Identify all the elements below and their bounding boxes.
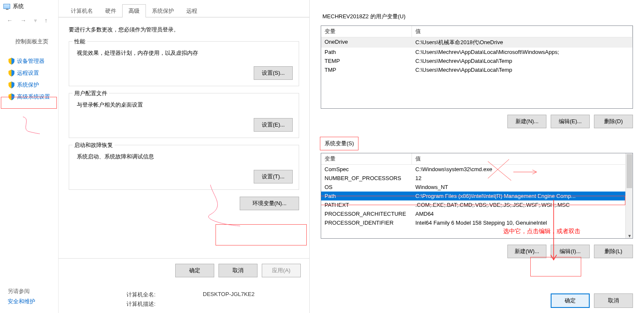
edit-user-var-button[interactable]: 编辑(E)... — [551, 115, 590, 128]
ok-button[interactable]: 确定 — [175, 264, 214, 277]
table-row[interactable]: PathC:\Program Files (x86)\Intel\Intel(R… — [321, 192, 633, 200]
column-header-val[interactable]: 值 — [412, 26, 633, 37]
var-name: NUMBER_OF_PROCESSORS — [321, 174, 412, 183]
scroll-thumb[interactable] — [627, 154, 632, 188]
scrollbar[interactable]: ▲ ▼ — [625, 153, 633, 238]
sidebar-home[interactable]: 控制面板主页 — [0, 36, 58, 48]
table-row[interactable]: PROCESSOR_ARCHITECTUREAMD64 — [321, 209, 633, 218]
group-legend: 用户配置文件 — [73, 90, 109, 97]
var-value: C:\Users\机械革命2018代\OneDrive — [412, 37, 633, 48]
table-row[interactable]: OSWindows_NT — [321, 183, 633, 192]
system-icon — [3, 4, 10, 9]
var-value: C:\Users\Mechrev\AppData\Local\Temp — [412, 56, 633, 65]
group-legend: 启动和故障恢复 — [73, 141, 115, 149]
column-header-val[interactable]: 值 — [412, 153, 633, 164]
scroll-down-icon[interactable]: ▼ — [627, 234, 631, 237]
var-name: PATHEXT — [321, 200, 412, 209]
table-row[interactable]: TEMPC:\Users\Mechrev\AppData\Local\Temp — [321, 56, 633, 65]
system-info: 另请参阅 安全和维护 计算机全名: DESKTOP-JGL7KE2 计算机描述: — [59, 286, 309, 313]
annotation-squiggle — [19, 115, 44, 140]
settings-button-profile[interactable]: 设置(E)... — [254, 118, 293, 132]
new-sys-var-button[interactable]: 新建(W)... — [507, 245, 546, 258]
tab-remote[interactable]: 远程 — [180, 4, 204, 17]
dialog-footer: 确定 取消 应用(A) — [59, 258, 309, 282]
var-name: PROCESSOR_ARCHITECTURE — [321, 209, 412, 218]
env-variables-dialog: MECHREV2018Z2 的用户变量(U) 变量 值 OneDriveC:\U… — [310, 0, 644, 313]
var-name: Path — [321, 48, 412, 56]
sidebar-item-label: 系统保护 — [17, 81, 39, 89]
cancel-button[interactable]: 取消 — [594, 293, 633, 308]
sidebar-item-label: 远程设置 — [17, 69, 39, 77]
group-desc: 与登录帐户相关的桌面设置 — [77, 101, 293, 109]
group-legend: 性能 — [73, 38, 87, 45]
fullname-value: DESKTOP-JGL7KE2 — [203, 291, 255, 299]
var-value: C:\Users\Mechrev\AppData\Local\Temp — [412, 65, 633, 74]
group-user-profile: 用户配置文件 与登录帐户相关的桌面设置 设置(E)... — [69, 93, 299, 138]
tab-strip: 计算机名 硬件 高级 系统保护 远程 — [64, 4, 309, 17]
table-row[interactable]: PROCESSOR_IDENTIFIERIntel64 Family 6 Mod… — [321, 218, 633, 227]
var-name: TEMP — [321, 56, 412, 65]
nav-up-icon[interactable]: ↑ — [45, 17, 48, 24]
var-value: Intel64 Family 6 Model 158 Stepping 10, … — [412, 218, 633, 227]
group-desc: 系统启动、系统故障和调试信息 — [77, 153, 293, 161]
env-variables-button[interactable]: 环境变量(N)... — [240, 197, 299, 210]
shield-icon — [8, 82, 14, 88]
var-name: ComSpec — [321, 165, 412, 174]
new-user-var-button[interactable]: 新建(N)... — [507, 115, 546, 128]
system-vars-list[interactable]: 变量 值 ComSpecC:\Windows\system32\cmd.exeN… — [321, 153, 633, 239]
tab-advanced[interactable]: 高级 — [122, 4, 146, 17]
table-row[interactable]: PATHEXT.COM;.EXE;.BAT;.CMD;.VBS;.VBE;.JS… — [321, 200, 633, 209]
delete-sys-var-button[interactable]: 删除(L) — [594, 245, 633, 258]
table-row[interactable]: PathC:\Users\Mechrev\AppData\Local\Micro… — [321, 48, 633, 56]
sidebar-item-device-manager[interactable]: 设备管理器 — [0, 55, 58, 67]
var-name: OneDrive — [321, 37, 412, 48]
system-vars-label: 系统变量(S) — [320, 137, 358, 150]
page-title: 系统 — [13, 3, 24, 10]
column-header-var[interactable]: 变量 — [321, 153, 412, 164]
group-performance: 性能 视觉效果，处理器计划，内存使用，以及虚拟内存 设置(S)... — [69, 41, 299, 86]
sidebar-item-label: 高级系统设置 — [17, 93, 50, 101]
table-row[interactable]: OneDriveC:\Users\机械革命2018代\OneDrive — [321, 37, 633, 48]
var-value: C:\Users\Mechrev\AppData\Local\Microsoft… — [412, 48, 633, 56]
nav-back-icon[interactable]: ← — [7, 17, 13, 24]
var-name: Path — [321, 192, 412, 200]
shield-icon — [8, 70, 14, 76]
var-value: Windows_NT — [412, 183, 633, 192]
table-row[interactable]: ComSpecC:\Windows\system32\cmd.exe — [321, 165, 633, 174]
var-value: .COM;.EXE;.BAT;.CMD;.VBS;.VBE;.JS;.JSE;.… — [412, 200, 633, 209]
shield-icon — [8, 93, 14, 100]
desc-label: 计算机描述: — [126, 300, 203, 308]
var-name: TMP — [321, 65, 412, 74]
var-value: 12 — [412, 174, 633, 183]
settings-button-performance[interactable]: 设置(S)... — [254, 66, 293, 80]
edit-sys-var-button[interactable]: 编辑(I)... — [551, 245, 590, 258]
var-value: C:\Program Files (x86)\Intel\Intel(R) Ma… — [412, 192, 633, 200]
ok-button[interactable]: 确定 — [551, 293, 590, 308]
fullname-label: 计算机全名: — [126, 291, 203, 299]
group-desc: 视觉效果，处理器计划，内存使用，以及虚拟内存 — [77, 49, 293, 57]
var-value: C:\Windows\system32\cmd.exe — [412, 165, 633, 174]
tab-computer-name[interactable]: 计算机名 — [64, 4, 99, 17]
table-row[interactable]: NUMBER_OF_PROCESSORS12 — [321, 174, 633, 183]
admin-note: 要进行大多数更改，您必须作为管理员登录。 — [69, 26, 299, 34]
system-properties-dialog: 计算机名 硬件 高级 系统保护 远程 要进行大多数更改，您必须作为管理员登录。 … — [59, 0, 310, 313]
var-name: PROCESSOR_IDENTIFIER — [321, 218, 412, 227]
sidebar-item-remote[interactable]: 远程设置 — [0, 67, 58, 79]
settings-button-startup[interactable]: 设置(T)... — [254, 170, 293, 183]
table-row[interactable]: TMPC:\Users\Mechrev\AppData\Local\Temp — [321, 65, 633, 74]
cancel-button[interactable]: 取消 — [218, 264, 258, 277]
shield-icon — [8, 58, 14, 65]
tab-protection[interactable]: 系统保护 — [146, 4, 180, 17]
sidebar-item-protection[interactable]: 系统保护 — [0, 79, 58, 91]
sidebar-item-label: 设备管理器 — [17, 57, 45, 65]
tab-hardware[interactable]: 硬件 — [99, 4, 123, 17]
sidebar-item-advanced[interactable]: 高级系统设置 — [0, 91, 58, 103]
var-value: AMD64 — [412, 209, 633, 218]
seealso-link[interactable]: 安全和维护 — [8, 298, 54, 305]
column-header-var[interactable]: 变量 — [321, 26, 412, 37]
user-vars-label: MECHREV2018Z2 的用户变量(U) — [322, 13, 644, 20]
nav-forward-icon[interactable]: → — [20, 17, 26, 24]
user-vars-list[interactable]: 变量 值 OneDriveC:\Users\机械革命2018代\OneDrive… — [321, 25, 633, 109]
delete-user-var-button[interactable]: 删除(D) — [594, 115, 633, 128]
var-name: OS — [321, 183, 412, 192]
